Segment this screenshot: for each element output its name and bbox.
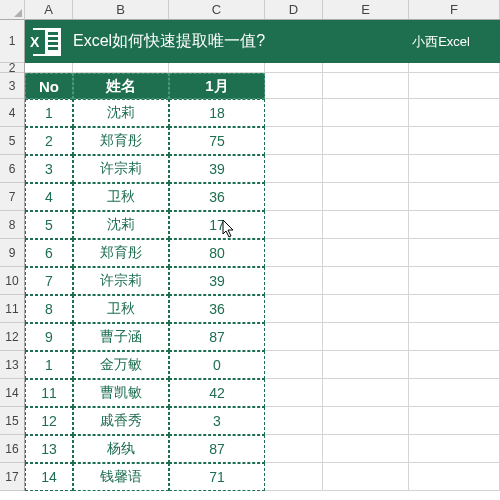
column-headers: ABCDEF: [25, 0, 500, 20]
table-cell[interactable]: 郑育彤: [73, 239, 169, 267]
table-header[interactable]: No: [25, 73, 73, 99]
column-header-E[interactable]: E: [323, 0, 409, 19]
table-cell[interactable]: 9: [25, 323, 73, 351]
table-header[interactable]: 姓名: [73, 73, 169, 99]
excel-icon: X: [33, 28, 61, 56]
row-header-10[interactable]: 10: [0, 267, 24, 295]
table-cell[interactable]: 沈莉: [73, 211, 169, 239]
table-cell[interactable]: 金万敏: [73, 351, 169, 379]
column-header-C[interactable]: C: [169, 0, 265, 19]
column-header-B[interactable]: B: [73, 0, 169, 19]
table-cell[interactable]: 39: [169, 267, 265, 295]
table-cell[interactable]: 87: [169, 323, 265, 351]
table-cell[interactable]: 3: [25, 155, 73, 183]
table-cell[interactable]: 4: [25, 183, 73, 211]
table-cell[interactable]: 许宗莉: [73, 267, 169, 295]
table-cell[interactable]: 14: [25, 463, 73, 491]
row-header-12[interactable]: 12: [0, 323, 24, 351]
row-header-9[interactable]: 9: [0, 239, 24, 267]
table-cell[interactable]: 5: [25, 211, 73, 239]
table-cell[interactable]: 3: [169, 407, 265, 435]
table-cell[interactable]: 戚香秀: [73, 407, 169, 435]
table-cell[interactable]: 7: [25, 267, 73, 295]
spreadsheet-grid[interactable]: XExcel如何快速提取唯一值?小西ExcelNo姓名1月1沈莉182郑育彤75…: [25, 20, 500, 500]
table-cell[interactable]: 6: [25, 239, 73, 267]
table-cell[interactable]: 曹凯敏: [73, 379, 169, 407]
table-cell[interactable]: 75: [169, 127, 265, 155]
banner-title: Excel如何快速提取唯一值?: [73, 31, 265, 52]
table-cell[interactable]: 钱馨语: [73, 463, 169, 491]
banner-author: 小西Excel: [412, 33, 470, 51]
table-cell[interactable]: 卫秋: [73, 295, 169, 323]
row-header-7[interactable]: 7: [0, 183, 24, 211]
table-cell[interactable]: 1: [25, 99, 73, 127]
table-cell[interactable]: 2: [25, 127, 73, 155]
row-header-13[interactable]: 13: [0, 351, 24, 379]
table-cell[interactable]: 曹子涵: [73, 323, 169, 351]
row-header-14[interactable]: 14: [0, 379, 24, 407]
row-header-17[interactable]: 17: [0, 463, 24, 491]
table-cell[interactable]: 沈莉: [73, 99, 169, 127]
table-cell[interactable]: 71: [169, 463, 265, 491]
table-cell[interactable]: 杨纨: [73, 435, 169, 463]
row-header-11[interactable]: 11: [0, 295, 24, 323]
row-header-6[interactable]: 6: [0, 155, 24, 183]
table-cell[interactable]: 39: [169, 155, 265, 183]
table-header[interactable]: 1月: [169, 73, 265, 99]
table-cell[interactable]: 卫秋: [73, 183, 169, 211]
table-cell[interactable]: 18: [169, 99, 265, 127]
table-cell[interactable]: 许宗莉: [73, 155, 169, 183]
column-header-D[interactable]: D: [265, 0, 323, 19]
row-header-1[interactable]: 1: [0, 20, 24, 63]
table-cell[interactable]: 郑育彤: [73, 127, 169, 155]
row-header-15[interactable]: 15: [0, 407, 24, 435]
table-cell[interactable]: 17: [169, 211, 265, 239]
row-header-3[interactable]: 3: [0, 73, 24, 99]
table-cell[interactable]: 13: [25, 435, 73, 463]
row-header-5[interactable]: 5: [0, 127, 24, 155]
select-all-corner[interactable]: [0, 0, 25, 20]
table-cell[interactable]: 36: [169, 183, 265, 211]
table-cell[interactable]: 12: [25, 407, 73, 435]
column-header-F[interactable]: F: [409, 0, 500, 19]
row-header-4[interactable]: 4: [0, 99, 24, 127]
row-header-16[interactable]: 16: [0, 435, 24, 463]
table-cell[interactable]: 11: [25, 379, 73, 407]
row-headers: 1234567891011121314151617: [0, 20, 25, 491]
table-cell[interactable]: 42: [169, 379, 265, 407]
row-header-2[interactable]: 2: [0, 63, 24, 73]
column-header-A[interactable]: A: [25, 0, 73, 19]
row-header-8[interactable]: 8: [0, 211, 24, 239]
table-cell[interactable]: 36: [169, 295, 265, 323]
table-cell[interactable]: 8: [25, 295, 73, 323]
table-cell[interactable]: 0: [169, 351, 265, 379]
title-banner: XExcel如何快速提取唯一值?小西Excel: [25, 20, 500, 63]
table-cell[interactable]: 1: [25, 351, 73, 379]
table-cell[interactable]: 80: [169, 239, 265, 267]
table-cell[interactable]: 87: [169, 435, 265, 463]
